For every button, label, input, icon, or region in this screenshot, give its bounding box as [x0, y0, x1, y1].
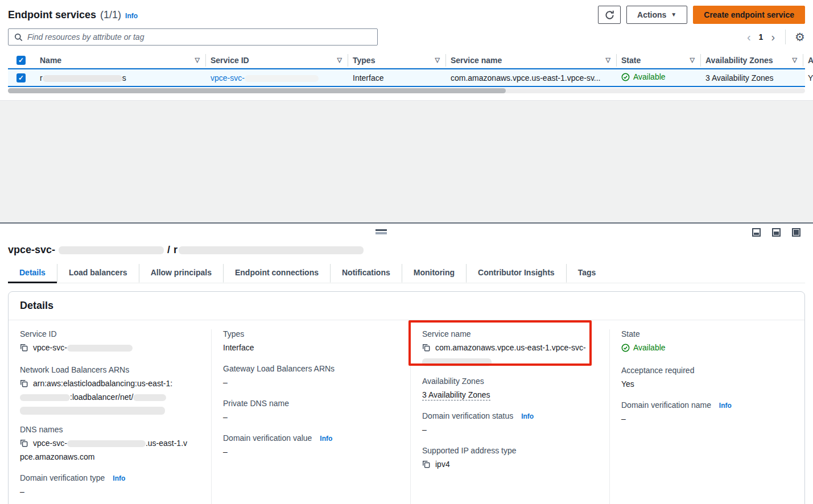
field-domain-verification-name: Domain verification name Info –	[621, 400, 793, 425]
dvn-info-link[interactable]: Info	[719, 402, 732, 410]
details-card-heading: Details	[9, 292, 804, 320]
redacted-text	[245, 75, 319, 82]
panel-tabs: Details Load balancers Allow principals …	[8, 264, 805, 283]
details-column-4: State Available Acceptance required	[609, 329, 804, 504]
row-service-name-cell: com.amazonaws.vpce.us-east-1.vpce-sv...	[446, 73, 617, 82]
details-column-1: Service ID vpce-svc- Network Load Balanc…	[9, 329, 211, 504]
page-title-group: Endpoint services (1/1) Info	[8, 9, 138, 21]
resource-count: (1/1)	[100, 9, 121, 21]
copy-icon[interactable]	[20, 378, 28, 391]
refresh-button[interactable]	[598, 6, 621, 24]
redacted-text	[20, 394, 70, 401]
title-info-link[interactable]: Info	[125, 12, 138, 20]
column-header-service-name[interactable]: Service name ▽	[446, 54, 617, 67]
column-header-availability-zones[interactable]: Availability Zones ▽	[701, 54, 803, 67]
field-dns-names: DNS names vpce-svc-.us-east-1.vpce.amazo…	[20, 425, 200, 463]
redacted-text	[133, 394, 166, 401]
tab-contributor-insights[interactable]: Contributor Insights	[466, 264, 566, 283]
details-column-3: Service name com.amazonaws.vpce.us-east-…	[410, 329, 609, 504]
chevron-down-icon: ▼	[671, 12, 676, 18]
scrollbar-thumb[interactable]	[8, 88, 506, 93]
create-endpoint-service-button[interactable]: Create endpoint service	[693, 6, 805, 24]
row-az-cell: 3 Availability Zones	[701, 73, 803, 82]
panel-size-large-icon[interactable]	[792, 228, 800, 237]
sort-icon[interactable]: ▽	[690, 56, 695, 64]
redacted-text	[59, 246, 164, 254]
field-supported-ip-type: Supported IP address type ipv4	[422, 446, 598, 472]
sort-icon[interactable]: ▽	[606, 56, 610, 64]
details-card: Details Service ID vpce-svc- Network Loa…	[8, 291, 805, 504]
row-name-cell: rs	[35, 73, 206, 82]
table-header-row: ✓ Name ▽ Service ID ▽ Types ▽ Service na…	[8, 52, 805, 68]
column-header-types[interactable]: Types ▽	[348, 54, 446, 67]
endpoint-services-list-section: Endpoint services (1/1) Info Actions ▼ C…	[0, 0, 813, 93]
column-header-name[interactable]: Name ▽	[35, 54, 206, 67]
row-select-cell: ✓	[8, 73, 35, 82]
sort-icon[interactable]: ▽	[793, 56, 797, 64]
panel-size-medium-icon[interactable]	[772, 228, 781, 237]
next-page-icon[interactable]: ›	[770, 31, 776, 43]
row-state-cell: Available	[617, 72, 701, 83]
actions-button[interactable]: Actions ▼	[626, 6, 687, 24]
field-domain-verification-status: Domain verification status Info –	[422, 411, 598, 436]
panel-resize-handle[interactable]	[375, 229, 387, 234]
tab-notifications[interactable]: Notifications	[330, 264, 402, 283]
field-nlb-arns: Network Load Balancers ARNs arn:aws:elas…	[20, 365, 200, 415]
actions-label: Actions	[637, 10, 666, 19]
state-available: Available	[621, 341, 666, 354]
search-input[interactable]	[27, 32, 372, 42]
status-available-icon	[621, 73, 630, 81]
panel-title: vpce-svc- / r	[8, 244, 805, 256]
copy-icon[interactable]	[422, 459, 430, 472]
redacted-text	[67, 440, 146, 447]
pagination: ‹ 1 › ⚙	[746, 30, 805, 44]
select-all-checkbox[interactable]: ✓	[16, 56, 26, 65]
field-service-id: Service ID vpce-svc-	[20, 329, 200, 355]
row-checkbox[interactable]: ✓	[16, 73, 26, 82]
title-actions: Actions ▼ Create endpoint service	[598, 6, 805, 24]
details-column-2: Types Interface Gateway Load Balancers A…	[211, 329, 410, 504]
copy-icon[interactable]	[422, 342, 430, 355]
redacted-text	[67, 345, 133, 352]
copy-icon[interactable]	[20, 342, 28, 355]
sort-icon[interactable]: ▽	[195, 56, 200, 64]
current-page[interactable]: 1	[759, 32, 764, 42]
redacted-text	[43, 75, 122, 82]
column-header-acceptance-partial[interactable]: A	[803, 54, 813, 67]
tab-allow-principals[interactable]: Allow principals	[139, 264, 223, 283]
row-acceptance-cell: Y	[803, 73, 813, 82]
field-types: Types Interface	[223, 329, 399, 354]
redacted-text	[422, 358, 492, 366]
redacted-text	[179, 246, 364, 254]
horizontal-scrollbar[interactable]	[8, 88, 805, 93]
tab-endpoint-connections[interactable]: Endpoint connections	[223, 264, 330, 283]
panel-size-small-icon[interactable]	[752, 228, 761, 237]
table-row[interactable]: ✓ rs vpce-svc- Interface com.amazonaws.v…	[8, 68, 805, 87]
tab-tags[interactable]: Tags	[566, 264, 608, 283]
field-domain-verification-value: Domain verification value Info –	[223, 433, 399, 458]
tab-load-balancers[interactable]: Load balancers	[57, 264, 139, 283]
redacted-text	[20, 407, 165, 415]
field-glb-arns: Gateway Load Balancers ARNs –	[223, 364, 399, 389]
copy-icon[interactable]	[20, 438, 28, 451]
sort-icon[interactable]: ▽	[435, 56, 440, 64]
dvs-info-link[interactable]: Info	[521, 412, 534, 420]
sort-icon[interactable]: ▽	[337, 56, 342, 64]
dvv-info-link[interactable]: Info	[320, 435, 332, 443]
details-card-body: Service ID vpce-svc- Network Load Balanc…	[9, 320, 804, 504]
dvt-info-link[interactable]: Info	[113, 474, 125, 482]
tab-details[interactable]: Details	[8, 264, 57, 283]
panel-size-controls	[752, 228, 800, 237]
panel-control-bar	[8, 224, 805, 241]
previous-page-icon[interactable]: ‹	[746, 31, 752, 43]
gear-icon[interactable]: ⚙	[795, 30, 805, 44]
search-row: ‹ 1 › ⚙	[8, 28, 805, 46]
column-header-state[interactable]: State ▽	[617, 54, 701, 67]
create-label: Create endpoint service	[704, 10, 794, 19]
tab-monitoring[interactable]: Monitoring	[402, 264, 466, 283]
service-id-link[interactable]: vpce-svc-	[211, 73, 319, 82]
availability-zones-link[interactable]: 3 Availability Zones	[422, 390, 490, 400]
pager-divider	[785, 30, 786, 44]
column-header-service-id[interactable]: Service ID ▽	[206, 54, 348, 67]
availability-zones-link[interactable]: 3 Availability Zones	[705, 73, 774, 82]
